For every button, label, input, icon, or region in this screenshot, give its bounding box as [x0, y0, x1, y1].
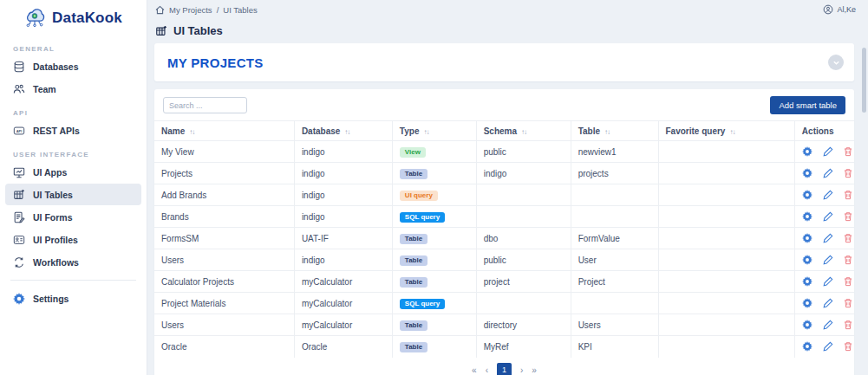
sort-icon[interactable]: ↑↓: [423, 128, 428, 136]
gear-icon: [13, 293, 25, 305]
breadcrumb-item[interactable]: UI Tables: [223, 5, 257, 15]
cell-table: [571, 293, 658, 314]
row-settings-icon[interactable]: [802, 276, 813, 287]
column-header-name[interactable]: Name↑↓: [154, 121, 294, 141]
search-input[interactable]: [163, 97, 247, 113]
row-settings-icon[interactable]: [802, 320, 813, 330]
sort-icon[interactable]: ↑↓: [604, 128, 610, 136]
sidebar-item-ui-apps[interactable]: UI Apps: [5, 161, 141, 183]
sidebar-item-ui-forms[interactable]: UI Forms: [5, 206, 141, 228]
add-smart-table-button[interactable]: Add smart table: [770, 96, 845, 114]
sort-icon[interactable]: ↑↓: [521, 128, 526, 136]
row-delete-icon[interactable]: [843, 255, 853, 265]
sort-icon[interactable]: ↑↓: [729, 128, 734, 136]
type-badge: View: [400, 147, 426, 158]
column-header-favorite-query[interactable]: Favorite query↑↓: [658, 121, 794, 141]
cell-schema: directory: [476, 314, 571, 336]
column-header-database[interactable]: Database↑↓: [294, 121, 392, 141]
row-delete-icon[interactable]: [843, 168, 853, 178]
svg-text:API: API: [16, 128, 23, 133]
row-edit-icon[interactable]: [823, 190, 833, 200]
ui-profiles-icon: [13, 234, 25, 246]
table-row: Projects indigo Table indigo projects: [154, 163, 854, 184]
row-settings-icon[interactable]: [802, 168, 813, 178]
cell-actions: [794, 206, 854, 228]
row-edit-icon[interactable]: [823, 341, 833, 352]
row-settings-icon[interactable]: [802, 190, 813, 200]
project-banner: MY PROJECTS: [154, 43, 854, 81]
pagination-page-1[interactable]: 1: [497, 363, 512, 375]
cell-actions: [794, 314, 854, 336]
sidebar-item-ui-profiles[interactable]: UI Profiles: [5, 229, 141, 250]
row-settings-icon[interactable]: [802, 341, 813, 352]
row-edit-icon[interactable]: [823, 276, 833, 287]
pagination-last[interactable]: »: [532, 365, 537, 375]
row-settings-icon[interactable]: [802, 255, 813, 265]
api-icon: API: [13, 125, 25, 137]
column-header-type[interactable]: Type↑↓: [392, 121, 476, 141]
column-header-actions: Actions: [794, 121, 854, 141]
cell-actions: [794, 336, 854, 358]
row-settings-icon[interactable]: [802, 233, 813, 243]
pagination-next[interactable]: ›: [520, 365, 523, 375]
row-edit-icon[interactable]: [823, 168, 833, 178]
row-edit-icon[interactable]: [823, 146, 833, 157]
sidebar-item-databases[interactable]: Databases: [5, 55, 141, 77]
row-delete-icon[interactable]: [843, 341, 853, 352]
cell-schema: MyRef: [476, 336, 571, 358]
row-delete-icon[interactable]: [843, 320, 853, 330]
column-header-table[interactable]: Table↑↓: [571, 121, 658, 141]
row-delete-icon[interactable]: [843, 211, 853, 222]
row-settings-icon[interactable]: [802, 146, 813, 157]
breadcrumb-item[interactable]: My Projects: [169, 5, 212, 15]
vertical-scrollbar[interactable]: [862, 48, 866, 113]
table-row: Users indigo Table public User: [154, 249, 854, 271]
row-settings-icon[interactable]: [802, 298, 813, 308]
column-header-schema[interactable]: Schema↑↓: [476, 121, 571, 141]
home-icon: [155, 5, 165, 15]
pagination-first[interactable]: «: [472, 365, 477, 375]
row-delete-icon[interactable]: [843, 298, 853, 308]
cell-actions: [794, 293, 854, 314]
cell-type: UI query: [392, 184, 476, 206]
row-edit-icon[interactable]: [823, 211, 833, 222]
cell-type: Table: [392, 271, 476, 293]
sort-icon[interactable]: ↑↓: [344, 128, 349, 136]
sidebar-item-label: Workflows: [33, 257, 79, 268]
sidebar-item-label: UI Profiles: [33, 235, 78, 245]
cell-database: myCalculator: [294, 314, 392, 336]
sidebar-item-rest-apis[interactable]: API REST APIs: [5, 120, 141, 141]
sidebar-item-ui-tables[interactable]: UI Tables: [5, 184, 141, 205]
cell-favorite-query: [658, 271, 794, 293]
cell-database: indigo: [294, 249, 392, 271]
sidebar-item-settings[interactable]: Settings: [5, 288, 141, 309]
cell-name: Brands: [154, 206, 294, 228]
cell-favorite-query: [658, 184, 794, 206]
brand-logo-icon: [23, 6, 47, 30]
cell-name: Users: [154, 314, 294, 336]
type-badge: Table: [400, 234, 427, 244]
title-row: UI Tables: [147, 19, 868, 42]
sidebar-item-team[interactable]: Team: [5, 78, 141, 100]
user-menu[interactable]: Al,Ke: [823, 4, 856, 15]
ui-apps-icon: [13, 166, 25, 178]
row-edit-icon[interactable]: [823, 255, 833, 265]
pagination-prev[interactable]: ‹: [486, 365, 488, 375]
table-row: Brands indigo SQL query: [154, 206, 854, 228]
row-edit-icon[interactable]: [823, 298, 833, 308]
row-delete-icon[interactable]: [843, 146, 853, 157]
row-delete-icon[interactable]: [843, 233, 853, 243]
cell-name: Projects: [154, 163, 294, 184]
sort-icon[interactable]: ↑↓: [189, 128, 194, 136]
row-delete-icon[interactable]: [843, 190, 853, 200]
row-edit-icon[interactable]: [823, 320, 833, 330]
cell-table: KPI: [571, 336, 658, 358]
banner-collapse-button[interactable]: [828, 55, 844, 70]
cell-actions: [794, 228, 854, 249]
row-delete-icon[interactable]: [843, 276, 853, 287]
sidebar-item-workflows[interactable]: Workflows: [5, 251, 141, 273]
row-settings-icon[interactable]: [802, 211, 813, 222]
breadcrumb[interactable]: My Projects / UI Tables: [155, 5, 258, 15]
row-edit-icon[interactable]: [823, 233, 833, 243]
cell-table: newview1: [571, 141, 658, 163]
